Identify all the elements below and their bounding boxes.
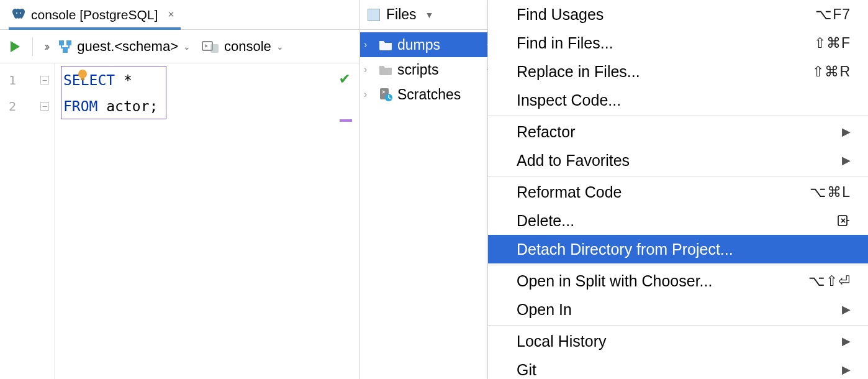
run-button[interactable] bbox=[9, 40, 21, 53]
chevron-right-icon: › bbox=[364, 64, 374, 75]
svg-rect-6 bbox=[210, 44, 219, 53]
svg-point-1 bbox=[20, 12, 21, 14]
schema-crumb-label: guest.<schema> bbox=[77, 39, 178, 55]
status-ok-icon: ✔ bbox=[340, 68, 350, 87]
menu-item-label: Open in Split with Chooser... bbox=[517, 272, 712, 290]
menu-delete[interactable]: Delete... bbox=[488, 206, 868, 235]
schema-crumb[interactable]: guest.<schema> ⌄ bbox=[58, 39, 191, 55]
files-header-label: Files bbox=[386, 6, 417, 23]
tree-item-dumps[interactable]: › dumps ~ bbox=[360, 32, 499, 57]
menu-shortcut: ⇧⌘R bbox=[812, 63, 851, 80]
code-text: actor; bbox=[97, 98, 158, 114]
context-menu: Find Usages ⌥F7 Find in Files... ⇧⌘F Rep… bbox=[487, 0, 868, 379]
menu-item-label: Add to Favorites bbox=[517, 152, 630, 170]
scratches-icon bbox=[379, 88, 392, 101]
tree-item-scripts[interactable]: › scripts ~ bbox=[360, 57, 499, 82]
menu-refactor[interactable]: Refactor ▶ bbox=[488, 117, 868, 146]
console-icon bbox=[202, 40, 219, 53]
menu-item-label: Delete... bbox=[517, 212, 574, 230]
gutter: 1 ─ 2 ─ bbox=[0, 63, 55, 379]
editor-body[interactable]: 1 ─ 2 ─ ✔ SELECT * bbox=[0, 63, 359, 379]
chevron-down-icon: ⌄ bbox=[183, 42, 191, 52]
editor-toolbar: ›› guest.<schema> ⌄ bbox=[0, 30, 359, 63]
menu-shortcut: ⇧⌘F bbox=[814, 35, 851, 52]
menu-item-label: Reformat Code bbox=[517, 183, 622, 201]
tree-item-label: Scratches bbox=[397, 86, 461, 103]
menu-item-label: Open In bbox=[517, 301, 572, 319]
overflow-icon[interactable]: ›› bbox=[44, 39, 47, 53]
tab-title: console [PostgreSQL] bbox=[31, 7, 158, 22]
menu-item-label: Git bbox=[517, 361, 536, 379]
menu-detach-directory[interactable]: Detach Directory from Project... bbox=[488, 235, 868, 263]
menu-separator bbox=[488, 265, 868, 265]
menu-open-in[interactable]: Open In ▶ bbox=[488, 295, 868, 324]
svg-rect-2 bbox=[59, 40, 64, 45]
submenu-arrow-icon: ▶ bbox=[842, 153, 851, 167]
code-line: SELECT * bbox=[63, 67, 359, 93]
menu-separator bbox=[488, 176, 868, 176]
menu-item-label: Local History bbox=[517, 332, 607, 350]
menu-reformat-code[interactable]: Reformat Code ⌥⌘L bbox=[488, 178, 868, 206]
menu-open-split-chooser[interactable]: Open in Split with Chooser... ⌥⇧⏎ bbox=[488, 267, 868, 295]
menu-shortcut: ⌥F7 bbox=[815, 6, 851, 23]
menu-git[interactable]: Git ▶ bbox=[488, 355, 868, 379]
menu-item-label: Inspect Code... bbox=[517, 91, 621, 109]
menu-replace-in-files[interactable]: Replace in Files... ⇧⌘R bbox=[488, 57, 868, 86]
tree-item-label: scripts bbox=[397, 62, 438, 78]
chevron-right-icon: › bbox=[364, 39, 374, 50]
svg-rect-3 bbox=[66, 40, 71, 45]
toolbar-divider bbox=[32, 37, 33, 56]
editor-pane: console [PostgreSQL] × ›› guest bbox=[0, 0, 360, 379]
submenu-arrow-icon: ▶ bbox=[842, 125, 851, 139]
chevron-down-icon: ⌄ bbox=[276, 42, 284, 52]
line-number: 1 ─ bbox=[0, 67, 54, 93]
tab-console[interactable]: console [PostgreSQL] × bbox=[9, 4, 181, 30]
tab-bar: console [PostgreSQL] × bbox=[0, 0, 359, 30]
tree-item-scratches[interactable]: › Scratches bbox=[360, 82, 499, 107]
svg-point-7 bbox=[78, 70, 87, 78]
code-area[interactable]: ✔ SELECT * FROM actor; bbox=[55, 63, 359, 379]
svg-point-0 bbox=[16, 12, 17, 14]
menu-item-label: Find in Files... bbox=[517, 34, 613, 52]
svg-rect-8 bbox=[81, 78, 84, 80]
menu-item-label: Find Usages bbox=[517, 6, 604, 24]
submenu-arrow-icon: ▶ bbox=[842, 303, 851, 316]
tree-item-label: dumps bbox=[397, 37, 440, 53]
menu-shortcut: ⌥⇧⏎ bbox=[808, 273, 851, 290]
submenu-arrow-icon: ▶ bbox=[842, 363, 851, 377]
menu-shortcut: ⌥⌘L bbox=[810, 184, 851, 201]
menu-add-to-favorites[interactable]: Add to Favorites ▶ bbox=[488, 146, 868, 175]
files-panel-icon bbox=[368, 9, 380, 21]
chevron-right-icon: › bbox=[364, 89, 374, 100]
menu-find-usages[interactable]: Find Usages ⌥F7 bbox=[488, 0, 868, 29]
menu-item-label: Detach Directory from Project... bbox=[517, 240, 733, 258]
line-number-text: 2 bbox=[9, 93, 16, 119]
menu-separator bbox=[488, 116, 868, 116]
code-line: FROM actor; bbox=[63, 93, 359, 119]
folder-icon bbox=[379, 39, 392, 50]
files-header[interactable]: Files ▼ bbox=[360, 0, 499, 30]
submenu-arrow-icon: ▶ bbox=[842, 334, 851, 348]
close-tab-icon[interactable]: × bbox=[168, 8, 174, 21]
menu-shortcut bbox=[837, 214, 851, 227]
keyword: FROM bbox=[63, 98, 97, 114]
chevron-down-icon: ▼ bbox=[425, 10, 434, 20]
menu-find-in-files[interactable]: Find in Files... ⇧⌘F bbox=[488, 29, 868, 57]
intention-bulb-icon[interactable] bbox=[76, 68, 89, 82]
menu-local-history[interactable]: Local History ▶ bbox=[488, 327, 868, 355]
schema-icon bbox=[58, 40, 72, 53]
menu-inspect-code[interactable]: Inspect Code... bbox=[488, 86, 868, 114]
postgres-icon bbox=[11, 7, 26, 22]
menu-item-label: Replace in Files... bbox=[517, 63, 640, 81]
menu-separator bbox=[488, 325, 868, 326]
folder-icon bbox=[379, 64, 392, 75]
fold-icon[interactable]: ─ bbox=[40, 76, 49, 84]
code-text: * bbox=[115, 72, 132, 88]
console-crumb[interactable]: console ⌄ bbox=[202, 39, 284, 55]
files-pane: Files ▼ › dumps ~ › scripts ~ › bbox=[360, 0, 500, 379]
line-number-text: 1 bbox=[9, 67, 16, 93]
menu-item-label: Refactor bbox=[517, 123, 575, 141]
caret-indicator bbox=[340, 119, 352, 122]
fold-icon[interactable]: ─ bbox=[40, 102, 49, 111]
line-number: 2 ─ bbox=[0, 93, 54, 119]
